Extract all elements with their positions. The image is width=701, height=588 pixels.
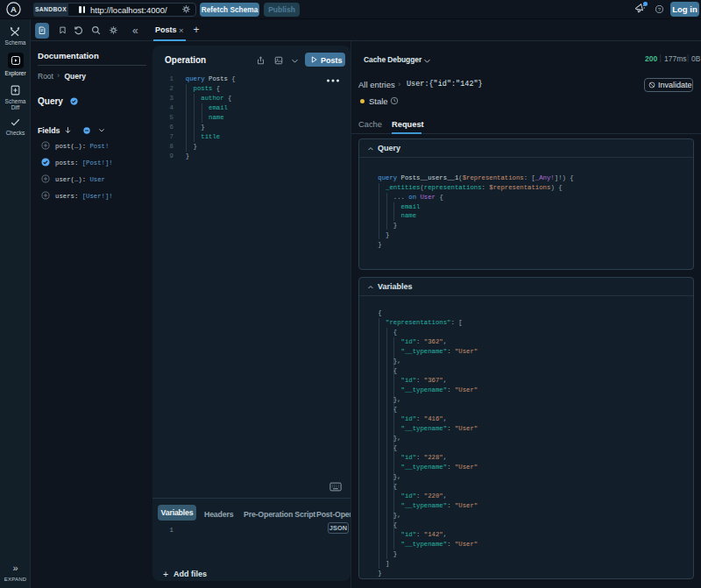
svg-text:A: A <box>11 4 17 14</box>
svg-text:?: ? <box>658 6 662 12</box>
